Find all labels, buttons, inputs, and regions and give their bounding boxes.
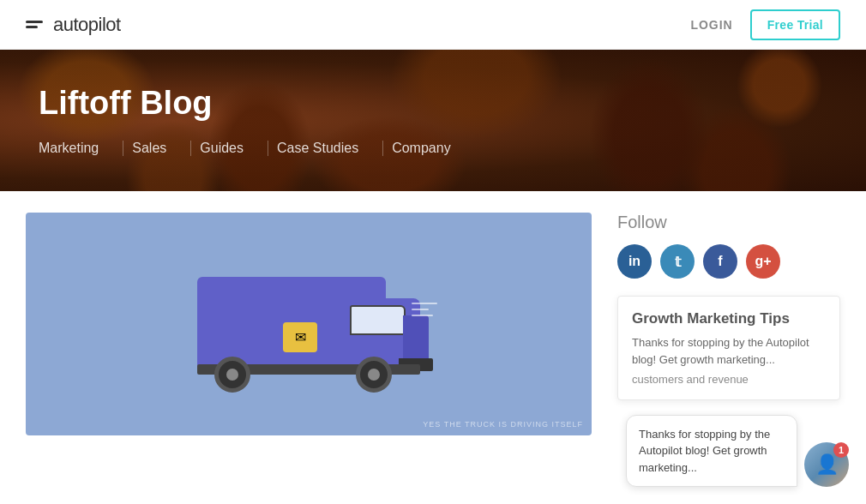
chat-bubble: Thanks for stopping by the Autopilot blo… [626, 415, 797, 458]
newsletter-text: Thanks for stopping by the Autopilot blo… [632, 334, 826, 368]
linkedin-icon[interactable]: in [617, 244, 652, 279]
follow-section: Follow in 𝕥 f g+ [617, 213, 840, 279]
logo-icon [26, 21, 43, 28]
truck-window [350, 305, 406, 335]
social-icons: in 𝕥 f g+ [617, 244, 840, 279]
chat-message: Thanks for stopping by the Autopilot blo… [639, 428, 770, 458]
facebook-icon[interactable]: f [703, 244, 737, 279]
nav-company[interactable]: Company [392, 141, 474, 156]
chat-widget[interactable]: Thanks for stopping by the Autopilot blo… [626, 415, 849, 458]
truck-caption: YES THE TRUCK IS DRIVING ITSELF [423, 420, 583, 429]
nav-sales[interactable]: Sales [132, 141, 191, 156]
free-trial-button[interactable]: Free Trial [750, 9, 840, 40]
blog-image-card[interactable]: ✉ YES THE TRUCK IS DRIVING ITSELF [26, 213, 592, 435]
truck-wheel-right [356, 357, 392, 393]
twitter-icon[interactable]: 𝕥 [660, 244, 695, 279]
truck-wheel-left [214, 357, 250, 393]
newsletter-sub: customers and revenue [632, 373, 826, 386]
chat-avatar[interactable]: 👤 1 [804, 442, 849, 457]
blog-content: ✉ YES THE TRUCK IS DRIVING ITSELF [26, 213, 592, 435]
hero-banner: Liftoff Blog Marketing Sales Guides Case… [0, 50, 866, 191]
logo[interactable]: autopilot [26, 14, 121, 36]
sidebar: Follow in 𝕥 f g+ Growth Marketing Tips T… [617, 213, 840, 435]
site-header: autopilot LOGIN Free Trial [0, 0, 866, 50]
nav-guides[interactable]: Guides [200, 141, 268, 156]
blog-nav: Marketing Sales Guides Case Studies Comp… [39, 141, 827, 156]
blog-title: Liftoff Blog [39, 85, 827, 122]
follow-title: Follow [617, 213, 840, 232]
header-actions: LOGIN Free Trial [690, 9, 840, 40]
logo-text: autopilot [53, 14, 121, 36]
chat-badge: 1 [833, 442, 849, 457]
nav-marketing[interactable]: Marketing [39, 141, 123, 156]
truck-logo: ✉ [283, 322, 317, 352]
login-button[interactable]: LOGIN [690, 18, 732, 32]
newsletter-card: Growth Marketing Tips Thanks for stoppin… [617, 296, 840, 400]
truck-speed-lines [412, 303, 437, 316]
googleplus-icon[interactable]: g+ [746, 244, 780, 279]
truck-illustration: ✉ [171, 251, 446, 397]
nav-case-studies[interactable]: Case Studies [277, 141, 383, 156]
newsletter-title: Growth Marketing Tips [632, 310, 826, 327]
